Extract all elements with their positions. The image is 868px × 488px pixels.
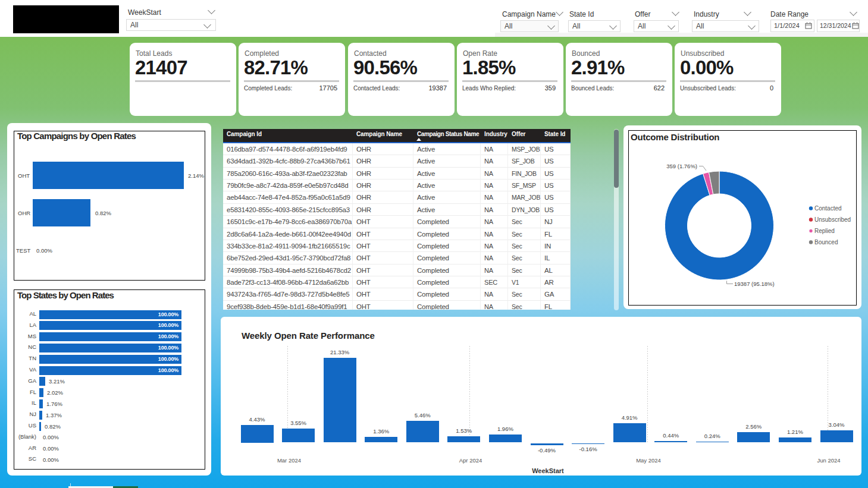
svg-text:Bounced: Bounced (814, 239, 838, 245)
svg-text:19387 (95.18%): 19387 (95.18%) (734, 281, 775, 287)
svg-text:Unsubscribed: Unsubscribed (814, 216, 851, 223)
svg-text:Contacted: Contacted (814, 205, 842, 212)
svg-text:359 (1.76%): 359 (1.76%) (666, 163, 697, 169)
svg-text:Replied: Replied (814, 228, 835, 234)
